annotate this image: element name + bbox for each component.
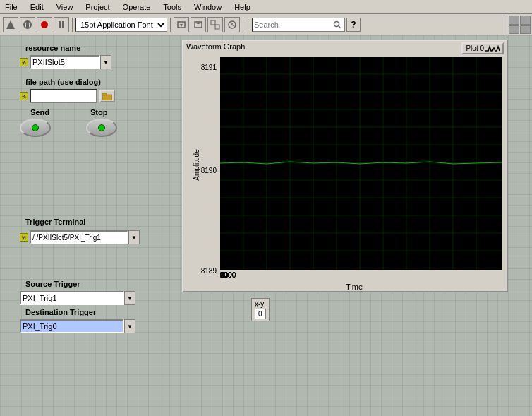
canvas-area: resource name ½ PXIISlot5 ▼ file path (u… bbox=[0, 35, 532, 416]
grid-cell-4 bbox=[520, 25, 531, 35]
trigger-terminal-label: Trigger Terminal bbox=[25, 218, 85, 226]
grid-cell-3 bbox=[509, 25, 519, 35]
resource-dropdown-arrow[interactable]: ▼ bbox=[100, 55, 111, 69]
menu-edit[interactable]: Edit bbox=[28, 2, 46, 12]
xy-label: x-y bbox=[255, 300, 266, 308]
svg-marker-7 bbox=[180, 24, 183, 27]
toolbar-sep-3 bbox=[243, 18, 243, 32]
svg-rect-11 bbox=[215, 25, 219, 29]
xy-display: x-y 0 bbox=[251, 298, 270, 321]
file-indicator: ½ bbox=[20, 92, 28, 100]
trigger-indicator: ½ bbox=[20, 233, 28, 242]
send-indicator bbox=[32, 124, 39, 131]
file-browse-button[interactable] bbox=[99, 90, 115, 102]
stop-button[interactable] bbox=[86, 119, 117, 137]
y-axis: Amplitude 8191 8190 8189 bbox=[186, 62, 218, 274]
plot0-button[interactable]: Plot 0 bbox=[461, 42, 504, 54]
resource-name-dropdown[interactable]: PXIISlot5 bbox=[30, 55, 100, 69]
send-button[interactable] bbox=[20, 119, 51, 137]
svg-rect-2 bbox=[26, 22, 29, 28]
menu-file[interactable]: File bbox=[3, 2, 20, 12]
search-input[interactable] bbox=[254, 18, 332, 31]
toolbar-sep-2 bbox=[170, 18, 171, 32]
waveform-graph-container: Waveform Graph Plot 0 Amplitude 8191 819… bbox=[182, 40, 508, 292]
toolbar-btn-5[interactable] bbox=[191, 17, 206, 32]
destination-trigger-dropdown[interactable]: PXI_Trig0 bbox=[20, 319, 124, 333]
toolbar-sep-1 bbox=[72, 18, 73, 32]
svg-point-3 bbox=[41, 21, 48, 28]
grid-cell-2 bbox=[520, 16, 531, 25]
font-select[interactable]: 15pt Application Font bbox=[75, 18, 167, 32]
file-path-control: ½ bbox=[20, 89, 115, 103]
menu-operate[interactable]: Operate bbox=[121, 2, 153, 12]
waveform-icon bbox=[485, 45, 500, 52]
svg-rect-5 bbox=[62, 21, 64, 28]
grid-cell-1 bbox=[509, 16, 519, 25]
file-path-label: file path (use dialog) bbox=[25, 78, 101, 86]
toolbar: 15pt Application Font ? bbox=[0, 14, 532, 35]
source-trigger-arrow[interactable]: ▼ bbox=[124, 291, 135, 305]
y-tick-min: 8189 bbox=[201, 267, 217, 275]
resource-name-label: resource name bbox=[25, 44, 80, 52]
help-button[interactable]: ? bbox=[346, 18, 361, 32]
destination-trigger-label: Destination Trigger bbox=[25, 308, 96, 316]
toolbar-btn-6[interactable] bbox=[207, 17, 223, 32]
svg-rect-16 bbox=[102, 93, 107, 95]
destination-trigger-control: PXI_Trig0 ▼ bbox=[20, 319, 135, 333]
search-icon[interactable] bbox=[332, 19, 343, 30]
stop-indicator bbox=[98, 124, 105, 131]
y-axis-label: Amplitude bbox=[193, 149, 200, 180]
menu-window[interactable]: Window bbox=[192, 2, 224, 12]
toolbar-btn-1[interactable] bbox=[3, 17, 18, 32]
toolbar-btn-pause[interactable] bbox=[54, 17, 69, 32]
resource-indicator: ½ bbox=[20, 58, 28, 66]
toolbar-btn-record[interactable] bbox=[37, 17, 52, 32]
source-trigger-control: PXI_Trig1 ▼ bbox=[20, 291, 135, 305]
svg-marker-0 bbox=[6, 20, 15, 29]
toolbar-btn-7[interactable] bbox=[224, 17, 240, 32]
svg-line-14 bbox=[339, 26, 341, 28]
menu-view[interactable]: View bbox=[54, 2, 75, 12]
svg-point-13 bbox=[334, 21, 339, 26]
menu-tools[interactable]: Tools bbox=[161, 2, 183, 12]
resource-name-control: ½ PXIISlot5 ▼ bbox=[20, 55, 111, 69]
source-trigger-label: Source Trigger bbox=[25, 280, 80, 288]
destination-trigger-arrow[interactable]: ▼ bbox=[124, 319, 135, 333]
waveform-title: Waveform Graph bbox=[183, 41, 507, 52]
waveform-grid-svg bbox=[220, 57, 502, 270]
menubar: File Edit View Project Operate Tools Win… bbox=[0, 0, 532, 14]
svg-rect-10 bbox=[211, 20, 215, 25]
stop-label: Stop bbox=[90, 108, 107, 117]
send-label: Send bbox=[30, 108, 49, 117]
search-container bbox=[252, 18, 345, 32]
waveform-display[interactable] bbox=[220, 57, 502, 270]
xy-value: 0 bbox=[255, 309, 266, 319]
y-tick-max: 8191 bbox=[201, 64, 217, 71]
x-tick-1100: 1100 bbox=[220, 271, 236, 279]
file-path-input[interactable] bbox=[30, 89, 97, 103]
menu-project[interactable]: Project bbox=[83, 2, 111, 12]
trigger-terminal-dropdown[interactable]: / /PXIISlot5/PXI_Trig1 bbox=[30, 230, 128, 244]
grid-icon bbox=[507, 14, 532, 35]
source-trigger-dropdown[interactable]: PXI_Trig1 bbox=[20, 291, 124, 305]
y-tick-mid: 8190 bbox=[201, 167, 217, 174]
toolbar-btn-4[interactable] bbox=[174, 17, 189, 32]
menu-help[interactable]: Help bbox=[232, 2, 253, 12]
trigger-terminal-control: ½ / /PXIISlot5/PXI_Trig1 ▼ bbox=[20, 230, 140, 244]
toolbar-btn-2[interactable] bbox=[20, 17, 35, 32]
trigger-terminal-arrow[interactable]: ▼ bbox=[128, 230, 140, 244]
x-axis-label: Time bbox=[346, 283, 363, 291]
svg-rect-4 bbox=[59, 21, 61, 28]
